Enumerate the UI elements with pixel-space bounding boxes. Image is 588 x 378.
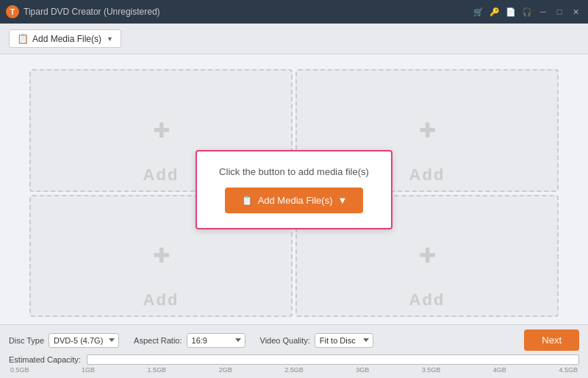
add-media-center-label: Add Media File(s)	[258, 195, 333, 206]
capacity-bar-container	[87, 354, 579, 365]
disc-type-select[interactable]: DVD-5 (4.7G) DVD-9 (8.5G) BD-25 (25G) BD…	[49, 333, 119, 348]
toolbar: 📋 Add Media File(s) ▼	[0, 24, 588, 54]
add-media-toolbar-icon: 📋	[17, 33, 29, 44]
tick-1.5gb: 1.5GB	[148, 366, 167, 374]
app-icon: T	[6, 5, 19, 18]
aspect-ratio-select[interactable]: 16:9 4:3	[187, 333, 245, 348]
ghost-label-2: Add	[409, 165, 445, 185]
tick-2.5gb: 2.5GB	[284, 366, 304, 374]
toolbar-dropdown-arrow: ▼	[107, 35, 113, 43]
ghost-icon-1: ✚	[153, 118, 170, 143]
tick-1gb: 1GB	[82, 366, 95, 374]
tick-4.5gb: 4.5GB	[559, 366, 578, 374]
title-bar: T Tipard DVD Creator (Unregistered) 🛒 🔑 …	[0, 0, 588, 24]
minimize-icon[interactable]: ─	[537, 7, 550, 17]
add-media-toolbar-button[interactable]: 📋 Add Media File(s) ▼	[9, 29, 121, 48]
tick-3gb: 3GB	[356, 366, 369, 374]
tick-4gb: 4GB	[493, 366, 506, 374]
main-area: 📋 Add Media File(s) ▼ ✚ Add ✚ Add ✚ Add …	[0, 24, 588, 378]
prompt-text: Click the button to add media file(s)	[219, 166, 369, 177]
bottom-bar: Disc Type DVD-5 (4.7G) DVD-9 (8.5G) BD-2…	[0, 324, 588, 378]
video-quality-label: Video Quality:	[260, 336, 310, 345]
prompt-box: Click the button to add media file(s) 📋 …	[196, 150, 392, 229]
close-icon[interactable]: ✕	[569, 7, 582, 17]
canvas-area: ✚ Add ✚ Add ✚ Add ✚ Add Click the button…	[0, 54, 588, 324]
title-bar-left: T Tipard DVD Creator (Unregistered)	[6, 5, 160, 18]
tick-2gb: 2GB	[219, 366, 232, 374]
ghost-icon-2: ✚	[419, 118, 436, 143]
title-bar-controls: 🛒 🔑 📄 🎧 ─ □ ✕	[472, 7, 582, 17]
key-icon[interactable]: 🔑	[488, 7, 501, 17]
aspect-ratio-label: Aspect Ratio:	[134, 336, 182, 345]
maximize-icon[interactable]: □	[553, 7, 566, 17]
add-media-toolbar-label: Add Media File(s)	[32, 34, 101, 44]
video-quality-group: Video Quality: Fit to Disc High Medium L…	[260, 333, 373, 348]
bottom-row2: Estimated Capacity:	[9, 354, 579, 365]
estimated-capacity-label: Estimated Capacity:	[9, 355, 81, 364]
ghost-icon-4: ✚	[419, 243, 436, 268]
tick-labels: 0.5GB 1GB 1.5GB 2GB 2.5GB 3GB 3.5GB 4GB …	[9, 366, 579, 374]
video-quality-select[interactable]: Fit to Disc High Medium Low	[315, 333, 373, 348]
document-icon[interactable]: 📄	[504, 7, 517, 17]
add-media-center-button[interactable]: 📋 Add Media File(s) ▼	[225, 188, 364, 213]
center-btn-dropdown-arrow: ▼	[338, 195, 348, 206]
disc-type-group: Disc Type DVD-5 (4.7G) DVD-9 (8.5G) BD-2…	[9, 333, 119, 348]
ghost-label-1: Add	[143, 165, 179, 185]
capacity-ticks	[87, 355, 578, 364]
cart-icon[interactable]: 🛒	[472, 7, 485, 17]
headset-icon[interactable]: 🎧	[520, 7, 534, 17]
ghost-icon-3: ✚	[153, 243, 170, 268]
disc-type-label: Disc Type	[9, 336, 44, 345]
add-media-center-icon: 📋	[241, 195, 253, 206]
aspect-ratio-group: Aspect Ratio: 16:9 4:3	[134, 333, 245, 348]
next-button[interactable]: Next	[524, 329, 579, 351]
app-title: Tipard DVD Creator (Unregistered)	[24, 7, 160, 17]
bottom-row1: Disc Type DVD-5 (4.7G) DVD-9 (8.5G) BD-2…	[9, 329, 579, 351]
ghost-label-3: Add	[143, 290, 179, 310]
ghost-label-4: Add	[409, 290, 445, 310]
tick-3.5gb: 3.5GB	[422, 366, 441, 374]
tick-0.5gb: 0.5GB	[10, 366, 29, 374]
